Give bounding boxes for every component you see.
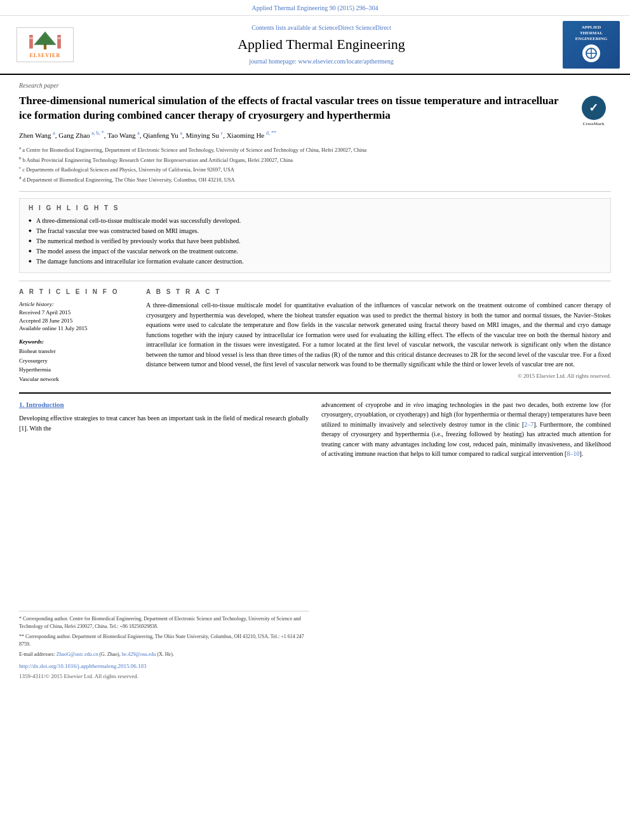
divider-thick [19, 392, 611, 394]
crossmark-label: CrossMark [582, 121, 604, 127]
affiliation-a: a a Centre for Biomedical Engineering, D… [19, 145, 611, 154]
crossmark-icon: ✓ [582, 96, 606, 120]
footnotes: * Corresponding author. Centre for Biome… [19, 611, 309, 681]
journal-citation: Applied Thermal Engineering 90 (2015) 29… [0, 0, 630, 16]
keywords-title: Keywords: [19, 338, 133, 346]
elsevier-logo-container: ELSEVIER [10, 27, 80, 62]
article-info-abstract: A R T I C L E I N F O Article history: R… [19, 288, 611, 383]
highlights-list: A three-dimensional cell-to-tissue multi… [29, 217, 601, 266]
divider-1 [19, 191, 611, 192]
divider-2 [19, 281, 611, 281]
footnote-star2: ** Corresponding author. Department of B… [19, 633, 309, 648]
section-1-col2-text: advancement of cryoprobe and in vivo ima… [321, 400, 611, 459]
journal-header: ELSEVIER Contents lists available at Sci… [0, 16, 630, 75]
crossmark-badge[interactable]: ✓ CrossMark [576, 94, 611, 129]
elsevier-logo: ELSEVIER [17, 27, 74, 62]
highlight-item: The fractal vascular tree was constructe… [29, 227, 601, 236]
svg-rect-4 [57, 35, 61, 48]
affiliation-c: c c Departments of Radiological Sciences… [19, 164, 611, 174]
issn-copyright: 1359-4311/© 2015 Elsevier Ltd. All right… [19, 672, 309, 681]
highlight-item: The model assess the impact of the vascu… [29, 247, 601, 256]
journal-brand-circle [582, 44, 600, 62]
body-columns: 1. Introduction Developing effective str… [19, 400, 611, 681]
elsevier-tree-icon [26, 30, 64, 51]
article-info: A R T I C L E I N F O Article history: R… [19, 288, 133, 383]
svg-rect-3 [29, 35, 33, 48]
highlight-item: The numerical method is verified by prev… [29, 237, 601, 246]
paper-title: Three-dimensional numerical simulation o… [19, 94, 611, 123]
doi-link[interactable]: http://dx.doi.org/10.1016/j.applthermale… [19, 662, 309, 671]
svg-rect-5 [29, 37, 33, 39]
section-1-col1-text: Developing effective strategies to treat… [19, 413, 309, 433]
section-1-heading: 1. Introduction [19, 400, 309, 410]
affiliation-d: d d Department of Biomedical Engineering… [19, 175, 611, 184]
abstract: A B S T R A C T A three-dimensional cell… [146, 288, 611, 383]
paper-type: Research paper [19, 81, 611, 90]
body-col-right: advancement of cryoprobe and in vivo ima… [321, 400, 611, 681]
affiliation-b: b b Anhui Provincial Engineering Technol… [19, 155, 611, 164]
highlight-item: The damage functions and intracellular i… [29, 257, 601, 266]
sciencedirect-link[interactable]: Contents lists available at ScienceDirec… [86, 23, 556, 32]
journal-brand-logo: APPLIEDTHERMALENGINEERING [563, 21, 620, 69]
abstract-title: A B S T R A C T [146, 288, 611, 297]
page: Applied Thermal Engineering 90 (2015) 29… [0, 0, 630, 840]
article-info-title: A R T I C L E I N F O [19, 288, 133, 297]
abstract-text: A three-dimensional cell-to-tissue multi… [146, 300, 611, 370]
svg-rect-6 [57, 37, 61, 39]
highlight-item: A three-dimensional cell-to-tissue multi… [29, 217, 601, 225]
main-content: Research paper Three-dimensional numeric… [0, 75, 630, 687]
footnote-star1: * Corresponding author. Centre for Biome… [19, 615, 309, 630]
highlights-title: H I G H L I G H T S [29, 204, 601, 213]
footnote-email: E-mail addresses: ZhaoG@ustc.edu.cn (G. … [19, 651, 309, 658]
article-history: Article history: Received 7 April 2015 A… [19, 300, 133, 332]
authors-line: Zhen Wang a, Gang Zhao a, b, *, Tao Wang… [19, 130, 611, 141]
highlights-section: H I G H L I G H T S A three-dimensional … [19, 198, 611, 273]
affiliations: a a Centre for Biomedical Engineering, D… [19, 145, 611, 183]
abstract-copyright: © 2015 Elsevier Ltd. All rights reserved… [146, 372, 611, 380]
journal-center: Contents lists available at ScienceDirec… [86, 23, 556, 66]
journal-homepage[interactable]: journal homepage: www.elsevier.com/locat… [86, 57, 556, 66]
journal-brand-title: APPLIEDTHERMALENGINEERING [575, 25, 608, 42]
keywords-section: Keywords: Bioheat transfer Cryosurgery H… [19, 338, 133, 383]
keywords-list: Bioheat transfer Cryosurgery Hyperthermi… [19, 347, 133, 383]
elsevier-text: ELSEVIER [30, 52, 60, 59]
body-col-left: 1. Introduction Developing effective str… [19, 400, 309, 681]
journal-title: Applied Thermal Engineering [86, 35, 556, 55]
